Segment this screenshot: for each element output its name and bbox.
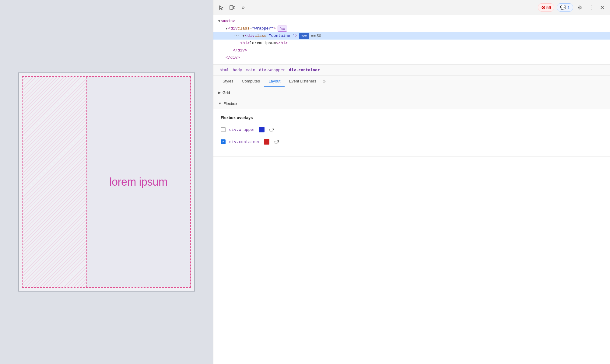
devtools-tabs: Styles Computed Layout Event Listeners »	[213, 75, 610, 87]
kebab-menu-icon[interactable]: ⋮	[587, 3, 596, 12]
flexbox-overlays-panel: Flexbox overlays div.wrapper	[213, 109, 610, 157]
svg-rect-3	[269, 129, 272, 131]
tab-event-listeners[interactable]: Event Listeners	[285, 76, 321, 87]
flexbox-label: Flexbox	[223, 101, 237, 106]
settings-icon[interactable]: ⚙	[576, 3, 584, 12]
console-icon: 💬	[560, 5, 566, 10]
tab-styles[interactable]: Styles	[218, 76, 237, 87]
breadcrumb-main[interactable]: main	[245, 67, 257, 73]
inspect-icon[interactable]	[217, 3, 226, 12]
svg-rect-4	[274, 141, 277, 143]
flexbox-section-header[interactable]: ▼ Flexbox	[213, 98, 610, 109]
grid-label: Grid	[223, 90, 230, 95]
grid-arrow-icon: ▶	[218, 91, 221, 95]
viewport-panel: lorem ipsum	[0, 0, 213, 364]
layout-content: ▶ Grid ▼ Flexbox Flexbox overlays div.wr…	[213, 87, 610, 364]
overlay-color-wrapper[interactable]	[259, 127, 265, 132]
tree-wrapper-close[interactable]: </div>	[213, 54, 610, 61]
svg-rect-1	[233, 6, 235, 9]
breadcrumb-bar: html body main div.wrapper div.container	[213, 65, 610, 75]
overlay-checkbox-wrapper[interactable]	[221, 127, 226, 132]
tree-main[interactable]: ▼ <main>	[213, 18, 610, 25]
tab-computed[interactable]: Computed	[237, 76, 264, 87]
breadcrumb-divwrapper[interactable]: div.wrapper	[258, 67, 286, 73]
browser-page: lorem ipsum	[18, 72, 195, 292]
devtools-panel: » ⊗ 56 💬 1 ⚙ ⋮ ✕ ▼ <main> ▼ <div class	[213, 0, 610, 364]
device-icon[interactable]	[228, 3, 237, 12]
overlay-label-wrapper[interactable]: div.wrapper	[229, 127, 255, 132]
html-tree: ▼ <main> ▼ <div class="wrapper" > flex ·…	[213, 15, 610, 65]
wrapper-overlay: lorem ipsum	[22, 76, 191, 288]
lorem-ipsum-text: lorem ipsum	[110, 176, 168, 188]
overlay-color-container[interactable]	[264, 139, 269, 145]
tree-container-close[interactable]: </div>	[213, 47, 610, 54]
close-icon[interactable]: ✕	[598, 3, 606, 12]
flexbox-section: ▼ Flexbox Flexbox overlays div.wrapper	[213, 98, 610, 157]
overlay-select-container-icon[interactable]	[273, 138, 280, 145]
overlay-label-container[interactable]: div.container	[229, 139, 260, 144]
breadcrumb-html[interactable]: html	[218, 67, 230, 73]
console-badge[interactable]: 💬 1	[557, 3, 573, 12]
flexbox-arrow-icon: ▼	[218, 102, 222, 105]
tab-more-icon[interactable]: »	[321, 75, 328, 87]
flexbox-overlays-title: Flexbox overlays	[221, 115, 603, 120]
tab-layout[interactable]: Layout	[264, 76, 285, 87]
overlay-row-container: div.container	[221, 138, 603, 145]
breadcrumb-body[interactable]: body	[231, 67, 243, 73]
grid-section-header[interactable]: ▶ Grid	[213, 87, 610, 98]
tree-wrapper[interactable]: ▼ <div class="wrapper" > flex	[213, 25, 610, 32]
grid-section: ▶ Grid	[213, 87, 610, 98]
more-tools-icon[interactable]: »	[239, 3, 247, 12]
overlay-row-wrapper: div.wrapper	[221, 126, 603, 133]
container-overlay: lorem ipsum	[86, 77, 191, 287]
console-count: 1	[567, 5, 570, 10]
error-badge[interactable]: ⊗ 56	[538, 3, 555, 12]
overlay-checkbox-container[interactable]	[221, 139, 226, 144]
tree-container[interactable]: ··· ▼ <div class="container" > flex == $…	[213, 32, 610, 40]
error-x-icon: ⊗	[541, 5, 545, 10]
tree-h1[interactable]: <h1> lorem ipsum </h1>	[213, 40, 610, 47]
devtools-toolbar: » ⊗ 56 💬 1 ⚙ ⋮ ✕	[213, 0, 610, 15]
error-count: 56	[546, 5, 551, 10]
breadcrumb-divcontainer[interactable]: div.container	[288, 67, 321, 73]
overlay-select-wrapper-icon[interactable]	[268, 126, 275, 133]
